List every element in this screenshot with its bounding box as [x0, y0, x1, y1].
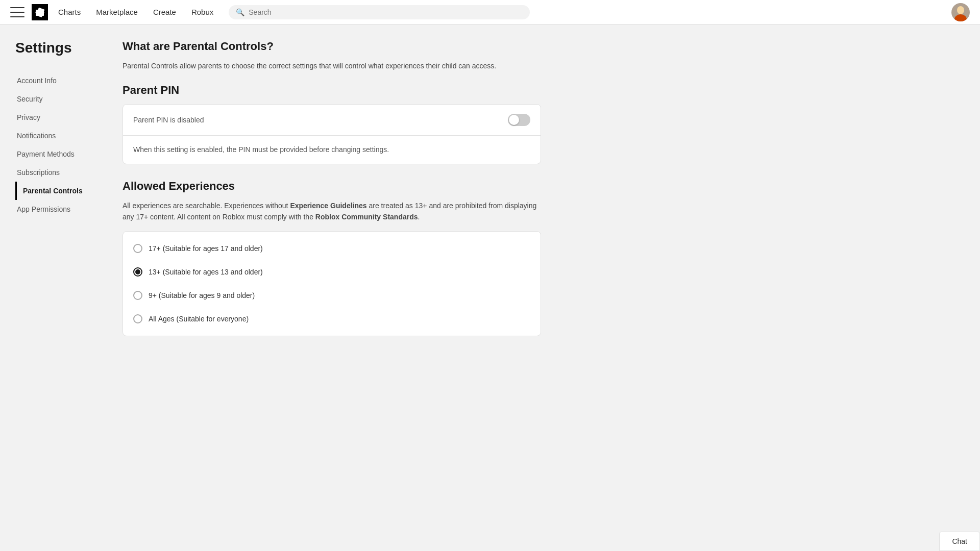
- radio-label-17plus: 17+ (Suitable for ages 17 and older): [149, 244, 263, 253]
- pin-card-info: When this setting is enabled, the PIN mu…: [123, 136, 541, 163]
- sidebar-item-notifications[interactable]: Notifications: [15, 127, 102, 145]
- radio-circle-13plus: [133, 267, 142, 277]
- sidebar-item-account-info[interactable]: Account Info: [15, 71, 102, 90]
- radio-circle-9plus: [133, 291, 142, 300]
- sidebar-item-parental-controls[interactable]: Parental Controls: [15, 182, 102, 200]
- sidebar-item-subscriptions[interactable]: Subscriptions: [15, 163, 102, 182]
- nav-link-robux[interactable]: Robux: [191, 8, 213, 16]
- sidebar-item-security[interactable]: Security: [15, 90, 102, 108]
- radio-circle-17plus: [133, 244, 142, 253]
- roblox-logo[interactable]: [32, 4, 48, 20]
- nav-links: Charts Marketplace Create Robux: [58, 8, 213, 16]
- page-title: Settings: [15, 40, 102, 56]
- radio-option-allages[interactable]: All Ages (Suitable for everyone): [133, 307, 530, 331]
- svg-point-4: [957, 6, 964, 14]
- sidebar-item-app-permissions[interactable]: App Permissions: [15, 200, 102, 218]
- pin-card: Parent PIN is disabled When this setting…: [122, 104, 541, 164]
- sidebar-nav: Account Info Security Privacy Notificati…: [15, 71, 102, 218]
- pin-card-toggle-row: Parent PIN is disabled: [123, 105, 541, 136]
- parental-controls-heading: What are Parental Controls?: [122, 40, 541, 53]
- page: Settings Account Info Security Privacy N…: [0, 24, 980, 551]
- toggle-knob: [509, 115, 519, 125]
- radio-circle-allages: [133, 314, 142, 323]
- sidebar-item-payment-methods[interactable]: Payment Methods: [15, 145, 102, 163]
- nav-link-marketplace[interactable]: Marketplace: [96, 8, 138, 16]
- sidebar-item-privacy[interactable]: Privacy: [15, 108, 102, 127]
- nav-right: [951, 3, 970, 21]
- parent-pin-heading: Parent PIN: [122, 84, 541, 97]
- hamburger-menu[interactable]: [10, 7, 24, 17]
- radio-label-allages: All Ages (Suitable for everyone): [149, 315, 249, 323]
- radio-option-17plus[interactable]: 17+ (Suitable for ages 17 and older): [133, 237, 530, 260]
- pin-status-label: Parent PIN is disabled: [133, 116, 204, 124]
- pin-info-text: When this setting is enabled, the PIN mu…: [133, 145, 389, 154]
- search-bar[interactable]: 🔍: [229, 5, 530, 19]
- exp-link-2[interactable]: Roblox Community Standards: [315, 213, 418, 221]
- search-icon: 🔍: [236, 8, 244, 16]
- sidebar: Settings Account Info Security Privacy N…: [0, 24, 102, 551]
- exp-desc-1: All experiences are searchable. Experien…: [122, 202, 290, 210]
- nav-link-create[interactable]: Create: [153, 8, 176, 16]
- allowed-experiences-section: Allowed Experiences All experiences are …: [122, 180, 541, 336]
- exp-desc-3: .: [418, 213, 420, 221]
- radio-option-13plus[interactable]: 13+ (Suitable for ages 13 and older): [133, 260, 530, 284]
- avatar[interactable]: [951, 3, 970, 21]
- pin-toggle[interactable]: [508, 114, 530, 126]
- allowed-experiences-desc: All experiences are searchable. Experien…: [122, 200, 541, 223]
- nav-link-charts[interactable]: Charts: [58, 8, 81, 16]
- radio-card: 17+ (Suitable for ages 17 and older) 13+…: [122, 231, 541, 336]
- radio-label-13plus: 13+ (Suitable for ages 13 and older): [149, 268, 263, 276]
- exp-link-1[interactable]: Experience Guidelines: [290, 202, 366, 210]
- chat-button[interactable]: Chat: [939, 532, 980, 551]
- search-input[interactable]: [249, 8, 523, 16]
- radio-option-9plus[interactable]: 9+ (Suitable for ages 9 and older): [133, 284, 530, 307]
- navbar: Charts Marketplace Create Robux 🔍: [0, 0, 980, 24]
- parental-controls-desc: Parental Controls allow parents to choos…: [122, 60, 541, 71]
- radio-label-9plus: 9+ (Suitable for ages 9 and older): [149, 291, 255, 299]
- main-content: What are Parental Controls? Parental Con…: [102, 24, 561, 551]
- allowed-experiences-heading: Allowed Experiences: [122, 180, 541, 193]
